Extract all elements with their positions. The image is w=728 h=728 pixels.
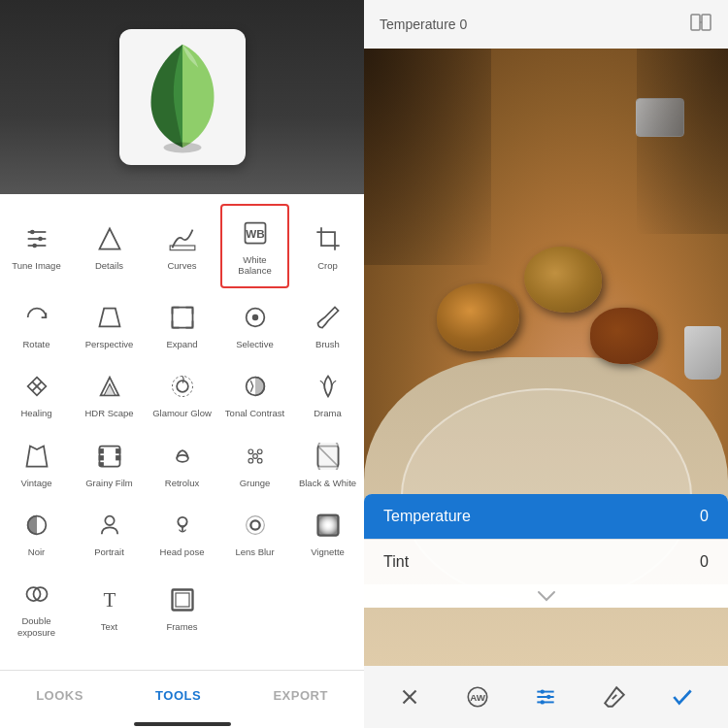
svg-point-59 (547, 695, 551, 699)
tool-details[interactable]: Details (73, 202, 146, 290)
expand-label: Expand (166, 339, 197, 349)
grunge-icon (238, 439, 273, 474)
perspective-icon (92, 300, 127, 335)
svg-marker-22 (26, 446, 47, 466)
auto-wb-button[interactable]: AW (456, 676, 499, 718)
portrait-label: Portrait (94, 546, 124, 557)
svg-point-5 (38, 236, 43, 241)
shadow-tr (637, 49, 728, 234)
grainy-film-label: Grainy Film (85, 478, 133, 488)
healing-icon (19, 369, 54, 404)
noir-icon (19, 508, 54, 543)
cup-right (684, 326, 721, 380)
frames-icon (165, 582, 200, 617)
hdr-scape-icon (92, 369, 127, 404)
tint-label: Tint (383, 553, 409, 571)
tool-crop[interactable]: Crop (291, 202, 364, 290)
svg-point-14 (252, 314, 257, 319)
tool-head-pose[interactable]: Head pose (146, 498, 218, 567)
nav-looks[interactable]: LOOKS (36, 688, 83, 703)
svg-line-61 (612, 695, 615, 699)
grainy-film-icon (92, 439, 127, 474)
pastry-1 (437, 283, 519, 351)
tool-hdr-scape[interactable]: HDR Scape (73, 359, 146, 428)
svg-point-58 (541, 689, 545, 693)
tool-lens-blur[interactable]: Lens Blur (218, 498, 291, 567)
svg-point-29 (177, 454, 188, 461)
tool-retrolux[interactable]: Retrolux (146, 429, 218, 498)
logo-area (0, 0, 364, 194)
tool-grunge[interactable]: Grunge (218, 429, 291, 498)
tool-tonal-contrast[interactable]: Tonal Contrast (218, 359, 291, 428)
tool-brush[interactable]: Brush (291, 290, 364, 359)
tool-white-balance[interactable]: WB White Balance (220, 204, 289, 288)
pastry-3 (590, 308, 658, 364)
drama-icon (311, 369, 346, 404)
svg-point-6 (32, 243, 37, 248)
nav-export[interactable]: EXPORT (273, 688, 327, 703)
tool-double-exposure[interactable]: Double exposure (0, 567, 73, 647)
glamour-glow-icon (165, 369, 200, 404)
cancel-button[interactable] (388, 676, 431, 718)
noir-label: Noir (28, 546, 45, 557)
svg-point-60 (541, 700, 545, 704)
drama-label: Drama (314, 408, 342, 418)
tool-text[interactable]: T Text (73, 567, 146, 647)
head-pose-icon (165, 508, 200, 543)
text-label: Text (101, 621, 117, 632)
black-white-label: Black & White (299, 478, 356, 488)
tool-selective[interactable]: Selective (218, 290, 291, 359)
svg-point-32 (248, 458, 253, 463)
tool-tune-image[interactable]: Tune Image (0, 202, 73, 290)
tonal-contrast-icon (238, 369, 273, 404)
black-white-icon (311, 439, 346, 474)
tool-grainy-film[interactable]: Grainy Film (73, 429, 146, 498)
tool-glamour-glow[interactable]: Glamour Glow (146, 359, 218, 428)
retrolux-icon (165, 439, 200, 474)
tool-healing[interactable]: Healing (0, 359, 73, 428)
tool-vignette[interactable]: Vignette (291, 498, 364, 567)
temperature-label: Temperature (383, 508, 471, 525)
snapseed-logo (129, 34, 236, 160)
svg-text:AW: AW (470, 692, 486, 703)
tool-perspective[interactable]: Perspective (73, 290, 146, 359)
eyedropper-button[interactable] (593, 676, 636, 718)
tool-black-white[interactable]: Black & White (291, 429, 364, 498)
svg-rect-26 (99, 463, 103, 465)
svg-rect-49 (702, 15, 711, 30)
hdr-scape-label: HDR Scape (84, 408, 133, 418)
tool-drama[interactable]: Drama (291, 359, 364, 428)
selective-label: Selective (236, 339, 274, 349)
tool-noir[interactable]: Noir (0, 498, 73, 567)
white-balance-label: White Balance (226, 254, 283, 277)
tune-adjust-button[interactable] (524, 676, 567, 718)
rotate-label: Rotate (23, 339, 50, 349)
tool-curves[interactable]: Curves (146, 202, 218, 290)
svg-point-34 (252, 453, 257, 458)
wb-chevron (364, 584, 728, 608)
compare-icon[interactable] (689, 11, 712, 39)
home-indicator (134, 722, 231, 726)
svg-point-0 (163, 143, 201, 153)
tint-value: 0 (700, 553, 709, 571)
temperature-row[interactable]: Temperature 0 (364, 494, 728, 539)
vintage-icon (19, 439, 54, 474)
chevron-down-icon (537, 590, 556, 602)
tint-row[interactable]: Tint 0 (364, 539, 728, 584)
svg-rect-25 (99, 456, 103, 460)
temperature-value: 0 (700, 508, 709, 525)
lens-blur-icon (238, 508, 273, 543)
lens-blur-label: Lens Blur (235, 546, 274, 557)
tool-frames[interactable]: Frames (146, 567, 218, 647)
confirm-button[interactable] (661, 676, 704, 718)
svg-rect-27 (116, 449, 120, 453)
tool-expand[interactable]: Expand (146, 290, 218, 359)
text-tool-icon: T (92, 582, 127, 617)
nav-tools[interactable]: TOOLS (155, 688, 201, 703)
tool-rotate[interactable]: Rotate (0, 290, 73, 359)
tool-portrait[interactable]: Portrait (73, 498, 146, 567)
tool-vintage[interactable]: Vintage (0, 429, 73, 498)
perspective-label: Perspective (85, 339, 134, 349)
double-exposure-icon (19, 577, 54, 612)
shadow-tl (364, 49, 491, 265)
